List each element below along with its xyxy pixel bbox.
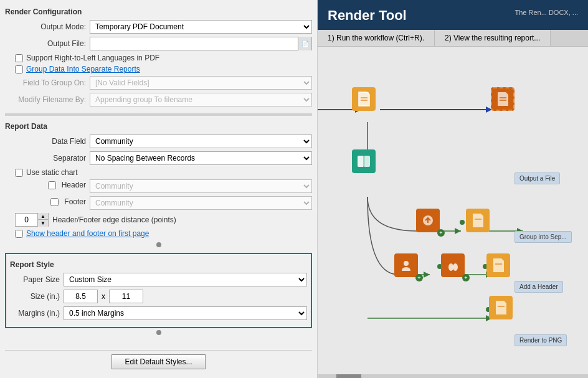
footer-select: Community [90,196,312,210]
right-panel: Render Tool The Ren... DOCX, ... 1) Run … [318,0,588,378]
header-select: Community [90,179,312,193]
svg-rect-14 [359,92,369,106]
spinner-down-button[interactable]: ▼ [38,220,48,227]
support-rtl-checkbox[interactable] [15,54,23,62]
size-height-input[interactable] [109,290,143,303]
support-rtl-label: Support Right-to-Left Languages in PDF [26,54,159,62]
edge-distance-spinner[interactable]: ▲ ▼ [15,213,49,227]
group-data-checkbox[interactable] [15,65,23,73]
show-header-footer-label[interactable]: Show header and footer on first page [26,229,149,238]
group-data-label[interactable]: Group Data Into Separate Reports [26,65,140,73]
output-file-label: Output File: [5,39,86,48]
paper-size-label: Paper Size [10,275,60,284]
svg-point-24 [404,261,409,266]
add-badge-1: + [437,229,445,237]
data-field-label: Data Field [5,137,86,146]
report-style-title: Report Style [10,260,307,269]
connector-dot-1 [460,220,465,225]
canvas-area: Output a File Group into Sep... Add a He… [318,47,588,378]
workflow-toolbar: 1) Run the workflow (Ctrl+R). 2) View th… [318,30,588,47]
edit-default-styles-button[interactable]: Edit Default Styles... [111,354,205,369]
scroll-indicator-bottom [156,330,161,335]
run-workflow-button[interactable]: 1) Run the workflow (Ctrl+R). [318,30,435,46]
field-to-group-select: [No Valid Fields] [90,76,312,90]
render-png-node [489,296,513,319]
horizontal-scrollbar[interactable] [318,374,588,378]
view-report-button[interactable]: 2) View the resulting report... [435,30,551,46]
svg-marker-5 [455,228,461,234]
use-static-chart-checkbox[interactable] [15,169,23,177]
render-tool-header: Render Tool The Ren... DOCX, ... [318,0,588,30]
field-to-group-label: Field To Group On: [5,78,86,87]
header-checkbox[interactable] [48,181,56,189]
data-field-select[interactable]: Community [90,135,312,148]
margins-label: Margins (in.) [10,309,60,318]
show-header-footer-checkbox[interactable] [15,230,23,238]
render-tool-title: Render Tool [328,7,407,24]
add-header-node-left [394,253,418,277]
output-file-node-label: Output a File [514,172,560,184]
output-mode-select[interactable]: Temporary PDF Document [90,20,312,34]
spinner-up-button[interactable]: ▲ [38,213,48,220]
group-into-node-right [466,209,490,232]
report-data-title: Report Data [5,122,312,131]
left-panel: Render Configuration Output Mode: Tempor… [0,0,318,378]
teal-book-node [352,149,376,173]
render-config-title: Render Configuration [5,7,312,16]
modify-filename-select: Appending group To filename [90,93,312,106]
divider-1 [5,113,312,116]
report-data-section: Report Data Data Field Community Separat… [5,120,312,240]
add-header-node-right [486,253,510,277]
scroll-indicator [156,242,161,247]
orange-doc-node-output [491,87,514,111]
separator-select[interactable]: No Spacing Between Records [90,151,312,165]
edge-distance-label: Header/Footer edge distance (points) [52,215,176,224]
footer-checkbox[interactable] [50,198,59,206]
use-static-chart-label: Use static chart [26,168,78,177]
group-into-node-left [416,209,440,232]
svg-point-25 [448,263,453,271]
orange-doc-node-1 [352,87,376,111]
add-header-node-label: Add a Header [514,281,563,293]
group-into-node-label: Group into Sep... [514,231,572,243]
render-config-section: Render Configuration Output Mode: Tempor… [5,5,312,110]
paper-size-select[interactable]: Custom Size Letter A4 [64,273,307,286]
render-tool-subtitle: The Ren... DOCX, ... [515,9,578,16]
size-label: Size (in.) [10,292,60,301]
render-png-node-label: Render to PNG [514,334,567,346]
report-style-section: Report Style Paper Size Custom Size Lett… [5,253,312,328]
svg-point-26 [453,263,458,271]
svg-rect-21 [358,156,364,167]
edge-distance-input[interactable] [16,214,37,226]
output-mode-label: Output Mode: [5,22,86,31]
add-badge-2: + [415,274,423,281]
size-width-input[interactable] [64,290,98,303]
add-badge-3: + [462,274,470,281]
separator-label: Separator [5,154,86,163]
output-file-browse-button[interactable]: 📄 [298,37,311,50]
modify-filename-label: Modify Filename By: [5,95,86,104]
margins-select[interactable]: 0.5 inch Margins 1 inch Margins No Margi… [64,306,307,320]
scrollbar-thumb[interactable] [336,374,361,378]
bottom-btn-row: Edit Default Styles... [5,350,312,373]
size-x-separator: x [102,292,105,301]
svg-marker-9 [424,272,430,278]
add-header-node-mid [441,253,465,277]
footer-label: Footer [64,197,86,206]
output-file-input[interactable] [90,39,298,49]
header-label: Header [62,181,86,189]
